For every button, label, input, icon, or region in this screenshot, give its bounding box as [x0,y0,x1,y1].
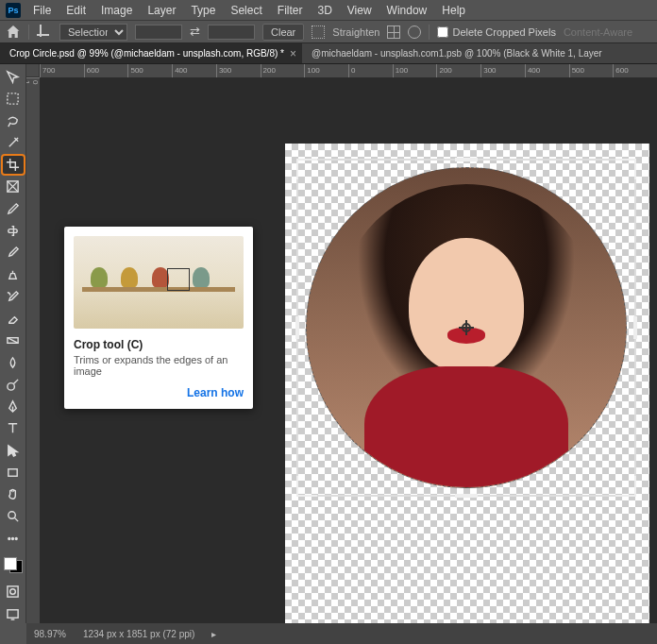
width-input[interactable] [135,25,182,40]
color-swatches[interactable] [4,557,23,574]
tooltip-desc: Trims or expands the edges of an image [74,354,244,377]
document-tab-active[interactable]: Crop Circle.psd @ 99% (@michaeldam - uns… [0,43,302,63]
svg-point-4 [8,382,15,390]
hand-tool[interactable] [3,485,24,503]
tool-tooltip: Crop tool (C) Trims or expands the edges… [64,227,253,409]
eyedropper-tool[interactable] [3,200,24,218]
menu-image[interactable]: Image [94,2,139,19]
height-input[interactable] [208,25,255,40]
crop-handle-tl[interactable] [296,159,317,179]
menu-select[interactable]: Select [224,2,268,19]
screen-mode-toggle[interactable] [3,605,24,623]
straighten-icon[interactable] [312,25,325,39]
svg-point-9 [15,537,17,539]
history-brush-tool[interactable] [3,288,24,306]
crop-tool[interactable] [3,156,24,174]
document-tab-label: @michaeldam - unsplash.com1.psb @ 100% (… [312,48,604,59]
healing-brush-tool[interactable] [3,222,24,240]
delete-cropped-label: Delete Cropped Pixels [452,26,555,38]
crop-handle-bl[interactable] [296,476,317,497]
straighten-label[interactable]: Straighten [332,26,379,38]
svg-point-11 [10,589,16,595]
dodge-tool[interactable] [3,376,24,394]
document-tab-label: Crop Circle.psd @ 99% (@michaeldam - uns… [9,48,284,59]
clear-button[interactable]: Clear [262,24,304,41]
tooltip-thumbnail [74,236,244,329]
svg-rect-12 [8,610,18,618]
fg-color-swatch[interactable] [4,557,17,570]
tooltip-title: Crop tool (C) [74,338,244,351]
crop-center-target[interactable] [459,320,474,335]
menu-edit[interactable]: Edit [59,2,93,19]
app-logo: Ps [6,3,21,18]
path-select-tool[interactable] [3,442,24,460]
status-bar: 98.97% 1234 px x 1851 px (72 ppi) ▸ [26,623,657,644]
doc-dimensions[interactable]: 1234 px x 1851 px (72 ppi) [83,629,194,639]
svg-point-6 [8,512,16,519]
svg-rect-0 [8,93,18,104]
menu-file[interactable]: File [26,2,58,19]
home-icon[interactable] [6,25,21,40]
magic-wand-tool[interactable] [3,134,24,152]
crop-handle-r[interactable] [633,316,637,339]
crop-icon[interactable] [37,25,52,40]
menu-window[interactable]: Window [380,2,434,19]
zoom-tool[interactable] [3,507,24,525]
crop-handle-t[interactable] [455,158,478,161]
svg-rect-5 [8,469,17,477]
swap-icon[interactable]: ⇄ [190,25,200,39]
brush-tool[interactable] [3,244,24,262]
delete-cropped-checkbox[interactable]: Delete Cropped Pixels [437,26,555,38]
crop-handle-b[interactable] [455,494,478,498]
ruler-vertical[interactable]: 0100 [26,77,40,623]
menu-filter[interactable]: Filter [271,2,310,19]
ruler-corner [26,64,40,77]
ruler-horizontal[interactable]: 7006005004003002001000100200300400500600 [40,64,657,77]
options-gear-icon[interactable] [408,25,421,39]
menu-view[interactable]: View [341,2,379,19]
pen-tool[interactable] [3,398,24,415]
rectangle-tool[interactable] [3,464,24,482]
frame-tool[interactable] [3,178,24,195]
move-tool[interactable] [3,68,24,86]
crop-handle-l[interactable] [295,316,299,339]
workspace: 7006005004003002001000100200300400500600… [0,64,657,623]
tooltip-learn-link[interactable]: Learn how [74,386,244,399]
ratio-select[interactable]: Selection [59,24,127,41]
tool-toolbar [0,64,26,623]
blur-tool[interactable] [3,353,24,371]
eraser-tool[interactable] [3,310,24,328]
quick-mask-toggle[interactable] [3,583,24,601]
content-aware-label: Content-Aware [564,26,632,38]
menu-bar: Ps File Edit Image Layer Type Select Fil… [0,0,657,21]
overlay-grid-icon[interactable] [387,25,400,39]
options-bar: Selection ⇄ Clear Straighten Delete Crop… [0,21,657,43]
svg-rect-10 [8,586,18,597]
svg-point-7 [8,537,10,539]
document-tab[interactable]: @michaeldam - unsplash.com1.psb @ 100% (… [302,43,604,63]
close-icon[interactable]: × [290,47,296,60]
svg-rect-2 [8,229,17,233]
svg-point-8 [12,537,14,539]
document-canvas[interactable] [285,144,649,623]
crop-handle-br[interactable] [615,476,636,497]
menu-3d[interactable]: 3D [311,2,338,19]
lasso-tool[interactable] [3,112,24,130]
crop-bounding-box[interactable] [296,159,636,497]
menu-type[interactable]: Type [184,2,222,19]
document-tabbar: Crop Circle.psd @ 99% (@michaeldam - uns… [0,43,657,64]
chevron-right-icon[interactable]: ▸ [211,629,216,639]
clone-stamp-tool[interactable] [3,265,24,283]
rect-marquee-tool[interactable] [3,90,24,108]
crop-handle-tr[interactable] [615,159,636,179]
delete-cropped-input[interactable] [437,26,448,38]
type-tool[interactable] [3,419,24,437]
menu-help[interactable]: Help [435,2,472,19]
gradient-tool[interactable] [3,331,24,349]
edit-toolbar[interactable] [3,530,24,548]
menu-layer[interactable]: Layer [141,2,182,19]
canvas-area[interactable]: 7006005004003002001000100200300400500600… [26,64,657,623]
zoom-level[interactable]: 98.97% [34,629,66,639]
